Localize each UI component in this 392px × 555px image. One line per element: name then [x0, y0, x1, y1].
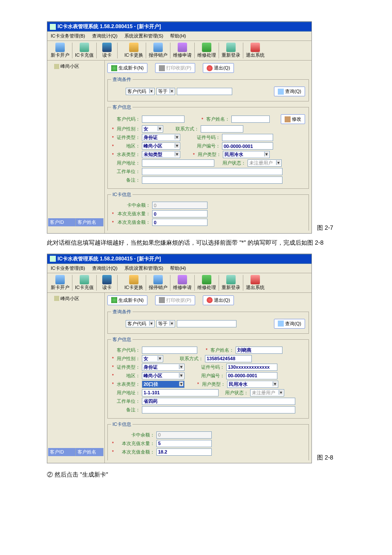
region-label-2: 地区：: [116, 373, 140, 379]
query-field-select-2[interactable]: 客户代码: [126, 320, 155, 327]
metertype-select[interactable]: 未知类型: [142, 151, 180, 158]
usertype-select[interactable]: 民用冷水: [223, 151, 270, 158]
remark-input[interactable]: [142, 176, 282, 184]
userno-input[interactable]: [222, 142, 273, 150]
query-value-input[interactable]: [177, 88, 232, 95]
query-value-input-2[interactable]: [177, 320, 236, 327]
metertype-select-2[interactable]: 20口径: [142, 381, 184, 388]
menu-query-2[interactable]: 查询统计(Q): [90, 265, 119, 272]
work-input-2[interactable]: [142, 398, 295, 405]
menu-query[interactable]: 查询统计(Q): [90, 32, 119, 40]
tool-readcard[interactable]: 读卡: [97, 43, 118, 58]
sidebar: 峰尚小区 客户ID 客户姓名: [47, 61, 105, 233]
menu-help[interactable]: 帮助(H): [168, 32, 187, 40]
query-button[interactable]: 查询(Q): [274, 87, 305, 96]
gen-icon: [111, 65, 117, 71]
exit-button[interactable]: 退出(Q): [203, 63, 234, 73]
status-select[interactable]: 未注册用户: [248, 159, 282, 167]
tool-relogin-2[interactable]: 重新登录: [219, 275, 243, 291]
ic-legend-2: IC卡信息: [111, 421, 133, 428]
col-custid: 客户ID: [48, 218, 76, 226]
gender-select[interactable]: 女: [142, 125, 163, 133]
tool-recharge-2[interactable]: IC卡充值: [72, 275, 97, 291]
query-op-select-2[interactable]: 等于: [156, 320, 175, 327]
remark-input-2[interactable]: [142, 406, 295, 413]
gender-select-2[interactable]: 女: [142, 355, 163, 362]
tool-newcard-2[interactable]: 新卡开户: [48, 275, 72, 291]
work-input[interactable]: [142, 168, 282, 175]
amount-input-2[interactable]: [156, 448, 212, 456]
tool-recharge[interactable]: IC卡充值: [72, 43, 97, 58]
gender-label-2: 用户性别：: [116, 356, 140, 362]
customer-legend: 客户信息: [111, 104, 133, 110]
menu-biz-2[interactable]: IC卡业务管理(B): [49, 265, 87, 272]
menu-biz[interactable]: IC卡业务管理(B): [49, 32, 87, 40]
repair-req-icon: [178, 43, 187, 52]
custcode-input-2[interactable]: [142, 347, 197, 354]
idtype-select[interactable]: 身份证: [142, 134, 180, 141]
region-select[interactable]: 峰尚小区: [142, 142, 180, 150]
tool-stop[interactable]: 报停销户: [146, 43, 170, 58]
exit-button-2[interactable]: 退出(Q): [203, 295, 234, 305]
menu-settings-2[interactable]: 系统设置和管理(S): [123, 265, 165, 272]
exit-icon: [251, 43, 260, 52]
print-icon: [159, 65, 165, 71]
tool-exit[interactable]: 退出系统: [243, 43, 267, 58]
tool-change-2[interactable]: IC卡更换: [122, 275, 146, 291]
tool-newcard[interactable]: 新卡开户: [48, 43, 72, 58]
query-op-select[interactable]: 等于: [156, 88, 175, 95]
water-input[interactable]: [152, 210, 208, 217]
body-paragraph: 此对话框信息填写越详细越好，当然如果您嫌麻烦的话，可以选择前面带 "*" 的填写…: [47, 237, 383, 249]
addr-input[interactable]: [142, 159, 214, 167]
contact-input[interactable]: [201, 125, 243, 133]
gen-icon: [111, 297, 117, 303]
addr-input-2[interactable]: [142, 389, 219, 396]
balance-label-2: 卡中余额：: [116, 432, 155, 438]
contact-input-2[interactable]: [205, 355, 252, 362]
usertype-label-2: 用户类型：: [202, 381, 225, 387]
tool-exit-2[interactable]: 退出系统: [243, 275, 267, 291]
query-fieldset: 查询条件 客户代码 等于 查询(Q): [107, 76, 309, 101]
titlebar-2: IC卡水表管理系统 1.58.2.080415 - [新卡开户]: [47, 254, 311, 264]
region-select-2[interactable]: 峰尚小区: [142, 372, 184, 379]
idno-input[interactable]: [222, 134, 273, 141]
amount-label: 本次充值金额：: [116, 219, 150, 225]
modify-button[interactable]: 修改: [281, 114, 305, 124]
tool-change[interactable]: IC卡更换: [122, 43, 146, 58]
custname-input[interactable]: [231, 116, 270, 123]
gender-label: 用户性别：: [116, 126, 140, 132]
print-receipt-button-2[interactable]: 打印收据(P): [155, 295, 195, 305]
userno-input-2[interactable]: [226, 372, 277, 379]
tool-repair-req[interactable]: 维修申请: [170, 43, 195, 58]
generate-card-button-2[interactable]: 生成新卡(N): [107, 295, 147, 305]
status-select-2[interactable]: 未注册用户: [250, 389, 284, 396]
ic-fieldset: IC卡信息 卡中余额： *本次充值水量： *本次充值金额：: [107, 191, 309, 231]
idtype-select-2[interactable]: 身份证: [142, 364, 184, 371]
idno-input-2[interactable]: [226, 364, 277, 371]
tool-repair-req-2[interactable]: 维修申请: [170, 275, 195, 291]
tool-readcard-2[interactable]: 读卡: [97, 275, 118, 291]
amount-input[interactable]: [152, 219, 208, 226]
menubar: IC卡业务管理(B) 查询统计(Q) 系统设置和管理(S) 帮助(H): [47, 32, 311, 41]
tool-relogin[interactable]: 重新登录: [219, 43, 243, 58]
work-label-2: 工作单位：: [116, 398, 140, 405]
query-field-select[interactable]: 客户代码: [126, 88, 155, 95]
tree-item[interactable]: 峰尚小区: [48, 62, 104, 70]
figure-label-1: 图 2-7: [317, 224, 333, 234]
generate-card-button[interactable]: 生成新卡(N): [107, 63, 147, 73]
tree-item-2[interactable]: 峰尚小区: [48, 295, 104, 303]
idtype-label: 证件类型：: [116, 134, 140, 141]
custcode-input[interactable]: [142, 116, 184, 123]
query-button-2[interactable]: 查询(Q): [274, 319, 305, 329]
custname-input-2[interactable]: [236, 347, 282, 354]
tool-repair-proc-2[interactable]: 维修处理: [195, 275, 219, 291]
tool-stop-2[interactable]: 报停销户: [146, 275, 170, 291]
tool-repair-proc[interactable]: 维修处理: [195, 43, 219, 58]
print-icon: [159, 297, 165, 303]
print-receipt-button[interactable]: 打印收据(P): [155, 63, 195, 73]
menu-settings[interactable]: 系统设置和管理(S): [123, 32, 165, 40]
usertype-select-2[interactable]: 民用冷水: [227, 381, 278, 388]
water-input-2[interactable]: [156, 440, 212, 447]
menu-help-2[interactable]: 帮助(H): [168, 265, 187, 272]
app-icon: [50, 24, 56, 30]
